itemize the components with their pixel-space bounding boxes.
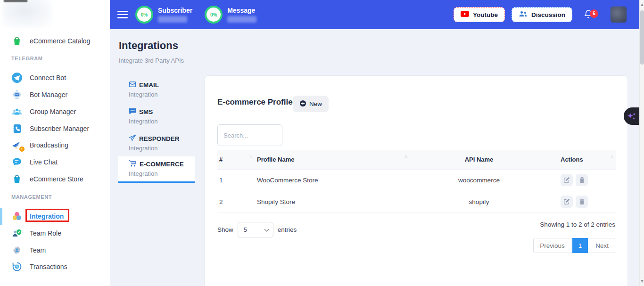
subnav-title: EMAIL [139,82,159,89]
app-logo-blur-artifact [4,0,27,2]
column-header-profile-name[interactable]: Profile Name↑↓ [255,150,411,169]
trash-icon [579,177,585,183]
row-profile-name: Shopify Store [255,191,411,212]
sparkles-icon [627,111,637,122]
youtube-icon [461,11,469,18]
sidebar-item-integration[interactable]: Integration [0,209,110,223]
sidebar-item-transactions[interactable]: Transactions [0,260,110,274]
scrollbar[interactable] [639,0,644,286]
table-header-row: #↑↓ Profile Name↑↓ API Name Actions↑↓ [217,150,616,169]
row-profile-name: WooCommerce Store [255,169,411,191]
robot-icon [11,89,23,100]
pagination-previous-button[interactable]: Previous [533,238,571,253]
sort-icon: ↑↓ [405,154,407,159]
shopping-cart-icon [129,160,137,168]
subnav-ecommerce-integration[interactable]: E-COMMERCE Integration [118,156,195,183]
subnav-title: SMS [139,108,153,115]
subnav-subtitle: Integration [129,91,195,98]
edit-pencil-icon [563,198,570,205]
sidebar-item-team[interactable]: Team [0,243,110,257]
sidebar-item-label: Team Role [30,229,61,237]
subnav-responder-integration[interactable]: RESPONDER Integration [118,131,195,156]
sidebar-item-team-role[interactable]: Team Role [0,226,110,240]
column-header-num[interactable]: #↑↓ [217,150,255,169]
sidebar-item-label: Bot Manager [30,91,67,98]
delete-button[interactable] [576,196,588,208]
discussion-button[interactable]: Discussion [512,7,572,22]
sidebar-item-subscriber-manager[interactable]: Subscriber Manager [0,122,110,136]
page-size-select[interactable]: 5 [238,222,273,237]
edit-button[interactable] [561,174,573,186]
message-stat-value-redacted [227,16,256,23]
scrollbar-thumb[interactable] [640,10,644,65]
message-stat: 0% Message [205,6,256,24]
pagination-next-button[interactable]: Next [589,238,615,253]
color-circles-icon [11,211,23,222]
youtube-button[interactable]: Youtube [454,7,505,22]
table-row: 2 Shopify Store shopify [217,191,616,212]
sidebar-item-label: eCommerce Store [30,175,83,183]
users-group-icon [11,106,23,117]
megaphone-icon: 1 [11,139,23,151]
sidebar-item-broadcasting[interactable]: 1 Broadcasting [0,138,110,152]
send-plane-icon [129,134,136,143]
shopping-bag-blue-icon [11,173,23,185]
app-logo [3,0,52,27]
column-header-actions[interactable]: Actions↑↓ [547,150,616,169]
sidebar-item-live-chat[interactable]: Live Chat [0,155,110,169]
sidebar-item-group-manager[interactable]: Group Manager [0,105,110,119]
svg-text:SMS: SMS [130,109,134,112]
topbar: 0% Subscriber 0% Message Youtube Discuss… [110,0,639,29]
user-avatar[interactable] [610,6,627,23]
subnav-email-integration[interactable]: EMAIL Integration [118,78,195,102]
new-button-label: New [309,100,322,107]
sidebar-item-bot-manager[interactable]: Bot Manager [0,88,110,102]
sidebar-item-label: Broadcasting [30,141,68,149]
sidebar: eCommerce Catalog TELEGRAM Connect Bot B… [0,0,110,286]
message-stat-label: Message [227,7,256,14]
email-icon [129,81,136,89]
hamburger-menu-icon[interactable] [117,11,128,18]
sidebar-item-label: Integration [30,212,64,220]
sms-icon: SMS [129,107,136,116]
edit-button[interactable] [561,196,573,208]
pagination-page-1-button[interactable]: 1 [572,238,588,253]
show-label: Show [217,226,233,233]
sort-icon: ↑↓ [249,154,251,159]
sidebar-item-label: Team [30,246,46,254]
history-clock-icon [11,261,23,272]
sort-icon: ↑↓ [610,154,612,159]
sidebar-item-ecommerce-store[interactable]: eCommerce Store [0,172,110,186]
panel-heading: E-commerce Profile [217,98,293,107]
subnav-subtitle: Integration [129,170,195,177]
page-subtitle: Integrate 3rd Party APIs [119,57,184,64]
telegram-plane-icon [11,72,23,83]
discussion-button-label: Discussion [531,11,565,18]
subscriber-stat: 0% Subscriber [135,6,192,24]
scroll-down-arrow-icon[interactable] [641,280,644,283]
notification-count-badge: 6 [590,9,598,18]
sidebar-item-label: eCommerce Catalog [30,37,90,45]
sidebar-item-label: Connect Bot [30,74,66,82]
delete-button[interactable] [576,174,588,186]
new-profile-button[interactable]: New [293,96,329,112]
ecommerce-profile-card: E-commerce Profile New #↑↓ Profile Name↑… [204,75,628,286]
ai-assistant-button[interactable] [624,107,639,125]
table-row: 1 WooCommerce Store woocommerce [217,169,616,191]
column-header-api-name[interactable]: API Name [411,150,547,169]
subnav-subtitle: Integration [129,145,195,152]
notifications-button[interactable]: 6 [584,8,593,21]
row-api-name: shopify [411,191,547,212]
sidebar-item-ecommerce-catalog[interactable]: eCommerce Catalog [0,34,110,48]
scroll-up-arrow-icon[interactable] [641,3,644,6]
chat-bubble-icon [11,156,23,168]
table-summary: Showing 1 to 2 of 2 entries [540,221,615,228]
subnav-title: RESPONDER [139,135,180,142]
profiles-table: #↑↓ Profile Name↑↓ API Name Actions↑↓ 1 … [217,150,616,213]
pagination: Previous 1 Next [533,238,615,253]
search-input[interactable] [217,124,282,146]
sidebar-item-connect-bot[interactable]: Connect Bot [0,71,110,85]
sidebar-item-label: Subscriber Manager [30,125,89,132]
subnav-sms-integration[interactable]: SMS SMS Integration [118,104,195,129]
sidebar-item-label: Group Manager [30,108,76,115]
